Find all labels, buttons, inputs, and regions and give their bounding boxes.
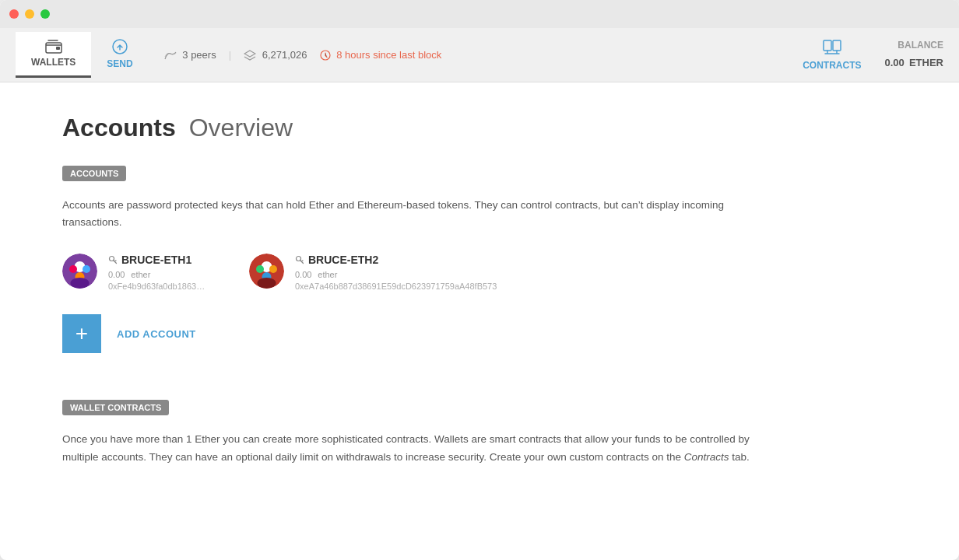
tab-send[interactable]: SEND [91,30,148,79]
svg-rect-1 [56,47,60,50]
clock-icon [320,50,331,61]
account-balance-2: 0.00 ether [295,268,497,280]
wallet-icon [45,40,62,54]
wallet-desc-part3: tab. [729,451,749,463]
app-window: WALLETS SEND 3 peers | [0,0,959,560]
nav-right: CONTRACTS BALANCE 0.00 ETHER [803,40,943,71]
peers-icon [164,51,177,61]
title-light: Overview [189,114,293,142]
maximize-button[interactable] [40,9,50,19]
add-account-button[interactable]: + [62,314,101,353]
balance-label: BALANCE [885,40,944,51]
balance-amount: 0.00 ETHER [885,51,944,71]
svg-point-8 [69,265,77,273]
key-icon-2 [295,255,304,264]
contracts-icon [822,40,842,57]
page-title: Accounts Overview [62,114,897,142]
account-item-2[interactable]: BRUCE-ETH2 0.00 ether 0xeA7a46b887d38691… [249,254,497,291]
svg-rect-4 [824,40,831,51]
account-address-2: 0xeA7a46b887d38691E59dcD623971759aA48fB5… [295,282,497,291]
wallets-label: WALLETS [31,57,76,68]
accounts-section: Accounts Accounts are password protected… [62,166,897,353]
title-bold: Accounts [62,114,176,142]
main-content: Accounts Overview Accounts Accounts are … [0,82,959,498]
nav-status: 3 peers | 6,271,026 8 hours since last b [164,49,442,61]
contracts-link-text[interactable]: Contracts [684,451,729,463]
accounts-description: Accounts are password protected keys tha… [62,197,763,230]
svg-point-9 [83,265,90,273]
account-name-1: BRUCE-ETH1 [108,254,205,266]
layers-icon [244,50,256,61]
wallet-desc-part2: They can have an optional daily limit on… [149,451,684,463]
account-avatar-2 [249,254,284,289]
contracts-label: CONTRACTS [803,60,861,71]
block-number-status: 6,271,026 [244,49,307,61]
svg-rect-5 [833,40,841,51]
svg-point-18 [258,278,276,289]
nav-left: WALLETS SEND 3 peers | [16,30,441,79]
wallet-contracts-description: Once you have more than 1 Ether you can … [62,431,763,467]
key-icon-1 [108,255,118,264]
svg-point-15 [256,265,264,273]
close-button[interactable] [9,9,19,19]
minimize-button[interactable] [25,9,34,19]
send-label: SEND [107,58,132,69]
tab-contracts[interactable]: CONTRACTS [803,40,861,71]
send-icon [111,38,128,55]
peers-status: 3 peers [164,49,216,61]
tab-wallets[interactable]: WALLETS [16,32,91,78]
svg-point-16 [269,265,277,273]
accounts-grid: BRUCE-ETH1 0.00 ether 0xFe4b9d63fa0db186… [62,254,897,291]
wallet-contracts-badge: Wallet Contracts [62,400,169,415]
account-address-1: 0xFe4b9d63fa0db1863… [108,282,205,291]
navbar: WALLETS SEND 3 peers | [0,28,959,82]
add-account-row: + ADD ACCOUNT [62,314,897,353]
account-avatar-1 [62,254,97,289]
add-account-label[interactable]: ADD ACCOUNT [101,328,196,340]
accounts-badge: Accounts [62,166,126,181]
wallet-contracts-section: Wallet Contracts Once you have more than… [62,400,897,467]
account-name-2: BRUCE-ETH2 [295,254,497,266]
account-balance-1: 0.00 ether [108,268,205,280]
account-item-1[interactable]: BRUCE-ETH1 0.00 ether 0xFe4b9d63fa0db186… [62,254,218,291]
last-block-status: 8 hours since last block [320,49,442,61]
titlebar [0,0,959,28]
svg-point-11 [71,278,90,289]
account-info-1: BRUCE-ETH1 0.00 ether 0xFe4b9d63fa0db186… [108,254,205,291]
balance-display: BALANCE 0.00 ETHER [885,40,944,71]
account-info-2: BRUCE-ETH2 0.00 ether 0xeA7a46b887d38691… [295,254,497,291]
